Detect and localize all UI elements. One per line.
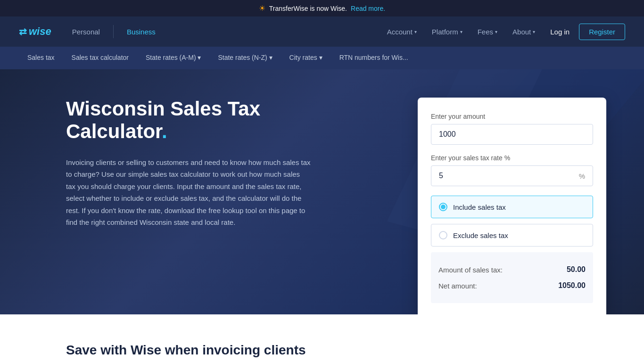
sun-icon: ☀ [259, 4, 265, 13]
include-tax-label: Include sales tax [453, 203, 506, 211]
subnav-sales-tax[interactable]: Sales tax [19, 47, 63, 69]
rate-input-wrap[interactable]: % [431, 165, 593, 186]
exclude-tax-label: Exclude sales tax [453, 231, 508, 239]
logo-text: wise [29, 25, 51, 38]
banner-text: TransferWise is now Wise. [269, 5, 347, 12]
nav-links: Personal Business [66, 24, 381, 40]
hero-section: Wisconsin Sales Tax Calculator. Invoicin… [0, 69, 644, 314]
rate-label: Enter your sales tax rate % [431, 154, 593, 162]
subnav-city-rates[interactable]: City rates ▾ [281, 47, 331, 69]
tax-amount-label: Amount of sales tax: [438, 266, 503, 274]
logo[interactable]: ⇄ wise [19, 25, 51, 38]
net-amount-value: 1050.00 [558, 281, 586, 290]
exclude-tax-option[interactable]: Exclude sales tax [431, 224, 593, 247]
tax-amount-value: 50.00 [567, 265, 586, 274]
net-amount-label: Net amount: [438, 282, 477, 290]
hero-title: Wisconsin Sales Tax Calculator. [66, 98, 321, 143]
top-banner: ☀ TransferWise is now Wise. Read more. [0, 0, 644, 16]
main-nav: ⇄ wise Personal Business Account ▾ Platf… [0, 16, 644, 47]
percent-symbol: % [579, 172, 585, 180]
calc-result: Amount of sales tax: 50.00 Net amount: 1… [431, 252, 593, 303]
amount-label: Enter your amount [431, 113, 593, 120]
title-dot: . [162, 120, 167, 142]
nav-business[interactable]: Business [121, 24, 161, 40]
subnav-rtn[interactable]: RTN numbers for Wis... [331, 47, 417, 69]
nav-about[interactable]: About ▾ [507, 24, 541, 40]
nav-fees[interactable]: Fees ▾ [472, 24, 503, 40]
bottom-section: Save with Wise when invoicing clients [0, 314, 644, 362]
fees-chevron-icon: ▾ [495, 29, 497, 34]
include-tax-option[interactable]: Include sales tax [431, 196, 593, 218]
amount-input-wrap[interactable] [431, 124, 593, 145]
about-chevron-icon: ▾ [533, 29, 535, 34]
nav-personal[interactable]: Personal [66, 24, 106, 40]
include-radio-icon [439, 203, 447, 211]
rate-input[interactable] [439, 172, 579, 180]
net-amount-row: Net amount: 1050.00 [438, 278, 586, 294]
hero-content: Wisconsin Sales Tax Calculator. Invoicin… [66, 98, 321, 229]
platform-chevron-icon: ▾ [460, 29, 462, 34]
nav-account[interactable]: Account ▾ [381, 24, 422, 40]
exclude-radio-icon [439, 231, 447, 239]
amount-input[interactable] [439, 130, 585, 139]
nav-divider [113, 25, 114, 38]
subnav-state-rates-am[interactable]: State rates (A-M) ▾ [137, 47, 209, 69]
calculator-card: Enter your amount Enter your sales tax r… [418, 98, 606, 314]
logo-icon: ⇄ [19, 26, 27, 37]
banner-link[interactable]: Read more. [351, 5, 385, 12]
sub-nav: Sales tax Sales tax calculator State rat… [0, 47, 644, 69]
register-button[interactable]: Register [579, 24, 625, 40]
subnav-calculator[interactable]: Sales tax calculator [63, 47, 137, 69]
nav-right: Account ▾ Platform ▾ Fees ▾ About ▾ Log … [381, 24, 625, 40]
bottom-title: Save with Wise when invoicing clients [66, 343, 578, 358]
tax-amount-row: Amount of sales tax: 50.00 [438, 262, 586, 278]
subnav-state-rates-nz[interactable]: State rates (N-Z) ▾ [209, 47, 281, 69]
hero-description: Invoicing clients or selling to customer… [66, 156, 311, 229]
account-chevron-icon: ▾ [414, 29, 417, 34]
nav-platform[interactable]: Platform ▾ [426, 24, 468, 40]
login-button[interactable]: Log in [545, 24, 575, 40]
